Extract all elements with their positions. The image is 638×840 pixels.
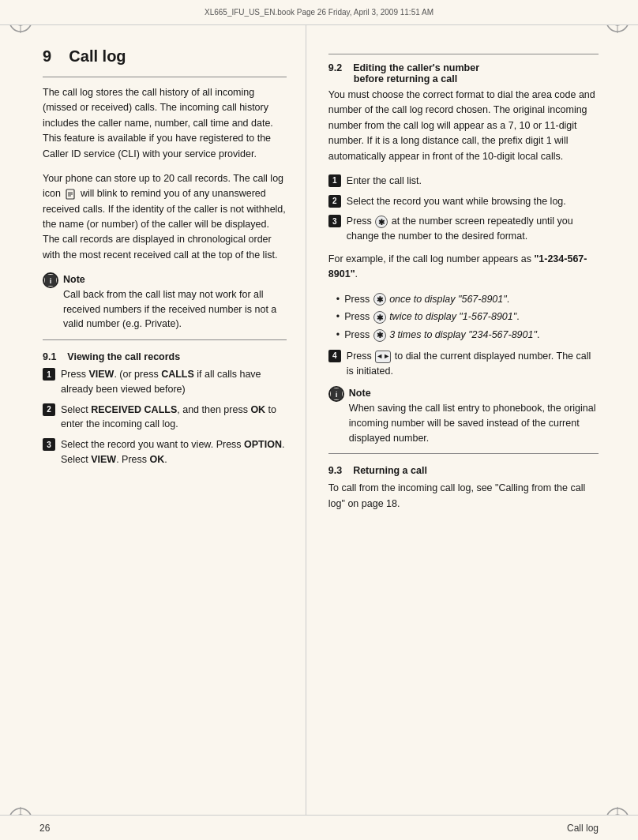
step-num-92-1: 1 (328, 174, 341, 187)
bullet-text-92-2: Press ✱ twice to display "1-567-8901". (344, 309, 519, 324)
bottom-bar: 26 Call log (0, 815, 638, 840)
right-column: 9.2 Editing the caller's number before r… (306, 25, 638, 815)
note-icon-2: i (328, 386, 344, 402)
section-92-intro: You must choose the correct format to di… (328, 88, 599, 164)
divider-top (43, 77, 287, 77)
divider-section92 (328, 54, 599, 54)
bullet-92-1: Press ✱ once to display "567-8901". (336, 292, 599, 307)
section-91-title: Viewing the call records (67, 351, 180, 362)
step-num-92-2: 2 (328, 195, 341, 208)
section-92-title-line2: before returning a call (354, 73, 457, 84)
section-93-num: 9.3 (328, 465, 342, 476)
step-91-2: 2 Select RECEIVED CALLS, and then press … (43, 403, 287, 433)
step-num-92-3: 3 (328, 215, 341, 227)
intro-para-2: Your phone can store up to 20 call recor… (43, 171, 287, 263)
chapter-title: Call log (69, 47, 126, 65)
step-92-4: 4 Press ◄► to dial the current displayed… (328, 349, 599, 379)
section-93-heading: 9.3 Returning a call (328, 465, 599, 476)
page-label: Call log (567, 823, 599, 834)
step-92-3: 3 Press ✱ at the number screen repeatedl… (328, 214, 599, 244)
svg-text:i: i (335, 390, 337, 399)
note-text-2: When saving the call list entry to phone… (349, 403, 596, 444)
chapter-number: 9 (43, 47, 51, 65)
step-91-3: 3 Select the record you want to view. Pr… (43, 437, 287, 467)
section-92-bullets: Press ✱ once to display "567-8901". Pres… (336, 292, 599, 343)
note-content-2: Note When saving the call list entry to … (349, 386, 599, 445)
step-text-92-3: Press ✱ at the number screen repeatedly … (347, 214, 599, 244)
key-asterisk-1: ✱ (375, 216, 388, 228)
svg-text:i: i (50, 276, 52, 285)
step-text-92-4: Press ◄► to dial the current displayed n… (347, 349, 599, 379)
divider-section93 (328, 453, 599, 454)
note-title-1: Note (63, 274, 85, 285)
section-91-num: 9.1 (43, 351, 56, 362)
step-92-2: 2 Select the record you want while brows… (328, 194, 599, 209)
top-bar: XL665_IFU_US_EN.book Page 26 Friday, Apr… (0, 0, 638, 25)
section-92-steps: 1 Enter the call list. 2 Select the reco… (328, 174, 599, 244)
note-text-1: Call back from the call list may not wor… (63, 289, 276, 330)
step-num-91-1: 1 (43, 368, 55, 381)
step-text-91-2: Select RECEIVED CALLS, and then press OK… (61, 403, 287, 433)
step-text-91-1: Press VIEW. (or press CALLS if all calls… (61, 367, 287, 397)
key-dial: ◄► (375, 351, 391, 363)
step-text-91-3: Select the record you want to view. Pres… (61, 437, 287, 467)
bullet-text-92-1: Press ✱ once to display "567-8901". (344, 292, 509, 307)
bullet-92-3: Press ✱ 3 times to display "234-567-8901… (336, 328, 599, 343)
key-asterisk-3: ✱ (373, 311, 386, 324)
step-num-92-4: 4 (328, 350, 341, 362)
left-column: 9 Call log The call log stores the call … (0, 25, 306, 815)
section-92-heading: 9.2 Editing the caller's number before r… (328, 62, 599, 84)
key-asterisk-4: ✱ (373, 329, 386, 342)
section-93-title: Returning a call (353, 465, 427, 476)
step-num-91-3: 3 (43, 438, 55, 451)
section-92-num: 9.2 (328, 62, 342, 73)
note-icon-1: i (43, 272, 58, 288)
step-text-92-2: Select the record you want while browsin… (347, 194, 599, 209)
section-92-example-intro: For example, if the call log number appe… (328, 252, 599, 283)
chapter-heading: 9 Call log (43, 47, 287, 66)
step-num-91-2: 2 (43, 403, 55, 416)
bullet-92-2: Press ✱ twice to display "1-567-8901". (336, 309, 599, 324)
note-box-2: i Note When saving the call list entry t… (328, 386, 599, 445)
section-92-title-line1: Editing the caller's number (353, 62, 479, 73)
content-area: 9 Call log The call log stores the call … (0, 25, 638, 815)
intro-para-1: The call log stores the call history of … (43, 85, 287, 162)
note-title-2: Note (349, 388, 371, 399)
section-91-heading: 9.1 Viewing the call records (43, 351, 287, 362)
note-content-1: Note Call back from the call list may no… (63, 272, 287, 332)
page-container: XL665_IFU_US_EN.book Page 26 Friday, Apr… (0, 0, 638, 840)
divider-section91 (43, 339, 287, 340)
top-bar-text: XL665_IFU_US_EN.book Page 26 Friday, Apr… (39, 8, 599, 17)
section-92-step4: 4 Press ◄► to dial the current displayed… (328, 349, 599, 379)
note-box-1: i Note Call back from the call list may … (43, 272, 287, 332)
key-asterisk-2: ✱ (373, 293, 386, 306)
bullet-text-92-3: Press ✱ 3 times to display "234-567-8901… (344, 328, 539, 343)
page-number: 26 (39, 823, 567, 834)
section-91-steps: 1 Press VIEW. (or press CALLS if all cal… (43, 367, 287, 467)
section-93-text: To call from the incoming call log, see … (328, 481, 599, 512)
step-91-1: 1 Press VIEW. (or press CALLS if all cal… (43, 367, 287, 397)
step-text-92-1: Enter the call list. (347, 174, 599, 189)
step-92-1: 1 Enter the call list. (328, 174, 599, 189)
